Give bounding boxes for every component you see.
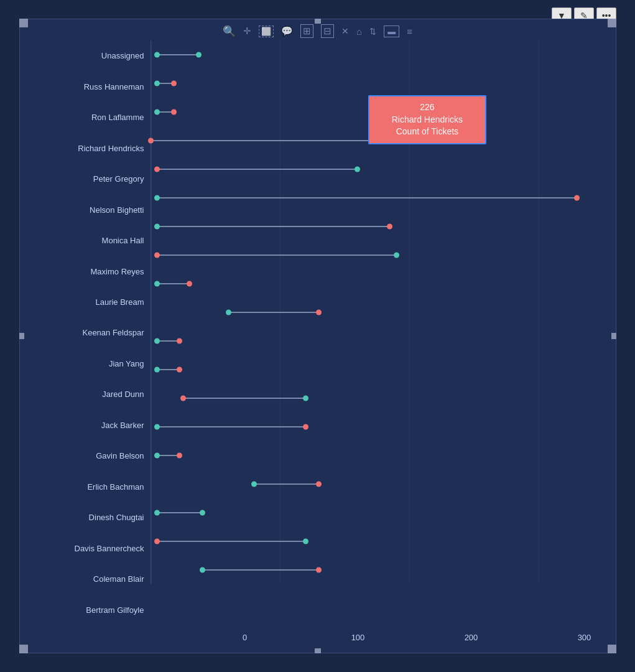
- start-dot: [154, 253, 160, 258]
- end-dot: [171, 110, 177, 115]
- chart-area: UnassignedRuss HannemanRon LaflammeRicha…: [20, 40, 616, 653]
- menu-icon[interactable]: ≡: [407, 26, 412, 37]
- range-line: [157, 254, 396, 256]
- end-dot: [355, 167, 360, 172]
- range-line: [157, 54, 198, 55]
- range-line: [203, 569, 319, 571]
- y-label: Russ Hanneman: [32, 72, 151, 101]
- start-dot: [154, 81, 160, 86]
- range-line: [157, 426, 306, 427]
- data-row: [151, 298, 603, 327]
- start-dot: [154, 510, 160, 516]
- y-label: Laurie Bream: [32, 287, 151, 316]
- y-label: Richard Hendricks: [32, 134, 151, 162]
- range-line: [157, 541, 306, 542]
- range-line: [157, 512, 203, 513]
- range-line: [157, 169, 358, 170]
- y-label: Davis Bannercheck: [32, 534, 151, 562]
- start-dot: [251, 482, 257, 487]
- range-line: [157, 197, 577, 198]
- start-dot: [154, 167, 160, 172]
- zoom-icon[interactable]: 🔍: [223, 25, 236, 38]
- data-row: [151, 355, 603, 384]
- end-dot: [316, 310, 322, 315]
- end-dot: [394, 253, 399, 258]
- y-label: Unassigned: [32, 42, 151, 70]
- start-dot: [154, 424, 160, 430]
- y-label: Nelson Bighetti: [32, 195, 151, 224]
- start-dot: [154, 338, 160, 344]
- x-tick: 0: [226, 633, 264, 642]
- y-label: Jared Dunn: [32, 380, 151, 409]
- y-label: Coleman Blair: [32, 565, 151, 594]
- corner-tr: [608, 19, 616, 27]
- corner-tl: [19, 19, 28, 27]
- chart-content: UnassignedRuss HannemanRon LaflammeRicha…: [32, 40, 603, 625]
- y-label: Jian Yang: [32, 349, 151, 378]
- start-dot: [154, 224, 160, 230]
- end-dot: [177, 453, 182, 459]
- tooltip-box: 226Richard HendricksCount of Tickets: [368, 95, 486, 144]
- start-dot: [154, 110, 160, 115]
- range-line: [157, 283, 190, 284]
- data-row: [151, 556, 603, 584]
- remove-mark-icon[interactable]: ⊟: [321, 24, 334, 38]
- end-dot: [177, 367, 182, 373]
- sort-icon[interactable]: ⇅: [369, 27, 376, 36]
- y-label: Gavin Belson: [32, 442, 151, 470]
- range-line: [228, 312, 318, 313]
- data-row: [151, 413, 603, 441]
- x-tick: 100: [340, 633, 377, 642]
- add-mark-icon[interactable]: ⊞: [300, 24, 313, 38]
- label-icon[interactable]: ▬: [384, 26, 399, 37]
- start-dot: [154, 195, 160, 201]
- data-row: [151, 327, 603, 355]
- y-label: Maximo Reyes: [32, 257, 151, 286]
- start-dot: [148, 138, 154, 144]
- y-label: Erlich Bachman: [32, 472, 151, 501]
- data-row: [151, 470, 603, 498]
- y-label: Keenan Feldspar: [32, 319, 151, 347]
- start-dot: [154, 367, 160, 373]
- data-row: [151, 184, 603, 212]
- start-dot: [226, 310, 231, 315]
- pan-icon[interactable]: ✛: [243, 26, 251, 37]
- end-dot: [303, 396, 308, 401]
- data-row: [151, 155, 603, 184]
- tooltip-name: Richard Hendricks: [392, 114, 463, 124]
- data-row: [151, 40, 603, 69]
- start-dot: [154, 539, 160, 544]
- tooltip-value: 226: [420, 102, 434, 112]
- edge-handle-top[interactable]: [315, 19, 321, 24]
- range-line: [183, 398, 305, 399]
- end-dot: [171, 81, 177, 86]
- end-dot: [387, 224, 392, 230]
- data-row: [151, 527, 603, 556]
- data-row: [151, 384, 603, 413]
- select-icon[interactable]: ⬜: [259, 26, 274, 37]
- x-tick: 300: [566, 633, 603, 642]
- lasso-icon[interactable]: 💬: [281, 26, 293, 37]
- end-dot: [187, 281, 192, 287]
- chart-container: 🔍 ✛ ⬜ 💬 ⊞ ⊟ ✕ ⌂ ⇅ ▬ ≡ UnassignedRuss Han…: [19, 19, 616, 653]
- start-dot: [154, 453, 160, 459]
- start-dot: [180, 396, 186, 401]
- exclude-icon[interactable]: ✕: [341, 26, 349, 36]
- end-dot: [574, 195, 580, 201]
- end-dot: [316, 482, 322, 487]
- y-label: Dinesh Chugtai: [32, 503, 151, 532]
- end-dot: [200, 510, 205, 516]
- start-dot: [154, 281, 160, 287]
- data-row: [151, 269, 603, 298]
- y-label: Peter Gregory: [32, 165, 151, 194]
- end-dot: [177, 338, 182, 344]
- tooltip-metric: Count of Tickets: [396, 126, 458, 136]
- range-line: [157, 226, 390, 227]
- end-dot: [303, 539, 308, 544]
- home-icon[interactable]: ⌂: [356, 26, 362, 37]
- end-dot: [316, 567, 322, 573]
- x-tick: 200: [453, 633, 490, 642]
- data-row: [151, 241, 603, 269]
- end-dot: [303, 424, 308, 430]
- range-line: [254, 483, 319, 485]
